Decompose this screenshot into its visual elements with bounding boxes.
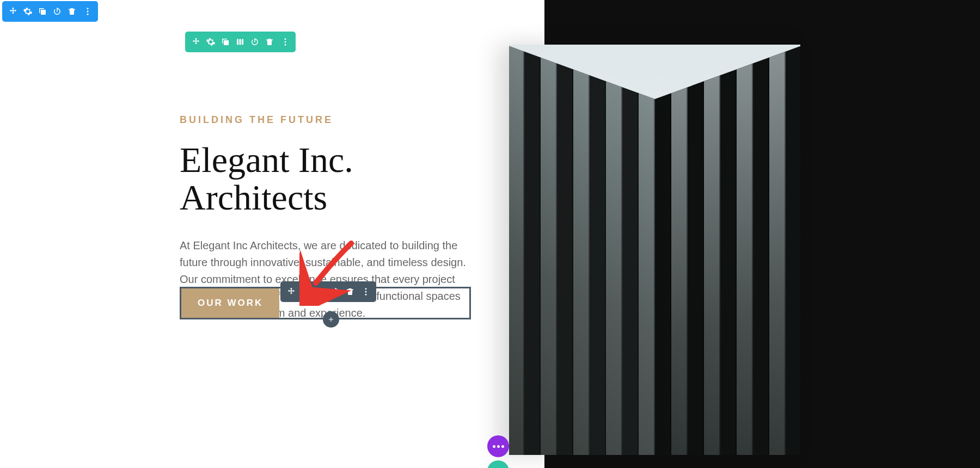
- trash-icon[interactable]: [64, 1, 79, 22]
- module-toolbar: [280, 281, 376, 302]
- columns-icon[interactable]: [232, 32, 247, 52]
- hero-image: [509, 45, 800, 455]
- duplicate-icon[interactable]: [313, 281, 328, 302]
- svg-point-3: [284, 38, 286, 40]
- svg-point-1: [87, 11, 88, 13]
- row-toolbar: [185, 32, 296, 52]
- trash-icon[interactable]: [262, 32, 277, 52]
- trash-icon[interactable]: [342, 281, 357, 302]
- gear-icon[interactable]: [203, 32, 218, 52]
- building-illustration: [509, 45, 800, 455]
- svg-point-0: [87, 8, 88, 9]
- page-settings-fab[interactable]: [487, 435, 509, 457]
- more-icon[interactable]: [278, 32, 292, 52]
- svg-point-7: [365, 291, 366, 293]
- plus-icon: [327, 316, 335, 323]
- power-icon[interactable]: [50, 1, 64, 22]
- more-icon[interactable]: [358, 281, 373, 302]
- headline-text: Elegant Inc. Architects: [180, 141, 476, 217]
- section-toolbar: [2, 1, 98, 22]
- our-work-button[interactable]: OUR WORK: [181, 288, 279, 318]
- svg-point-2: [87, 14, 88, 15]
- add-module-button[interactable]: [323, 311, 339, 328]
- power-icon[interactable]: [328, 281, 342, 302]
- duplicate-icon[interactable]: [35, 1, 50, 22]
- svg-point-4: [284, 41, 286, 43]
- gear-icon[interactable]: [20, 1, 35, 22]
- more-icon[interactable]: [80, 1, 95, 22]
- svg-point-6: [365, 288, 366, 290]
- power-icon[interactable]: [247, 32, 262, 52]
- move-icon[interactable]: [5, 1, 20, 22]
- move-icon[interactable]: [284, 281, 298, 302]
- svg-point-8: [365, 294, 366, 295]
- move-icon[interactable]: [188, 32, 203, 52]
- svg-point-5: [284, 44, 286, 46]
- cta-label: OUR WORK: [198, 298, 263, 309]
- add-row-fab[interactable]: [487, 460, 509, 468]
- eyebrow-text: BUILDING THE FUTURE: [180, 114, 476, 126]
- duplicate-icon[interactable]: [218, 32, 232, 52]
- dots-icon: [493, 445, 504, 448]
- builder-canvas: BUILDING THE FUTURE Elegant Inc. Archite…: [0, 0, 980, 468]
- gear-icon[interactable]: [298, 281, 313, 302]
